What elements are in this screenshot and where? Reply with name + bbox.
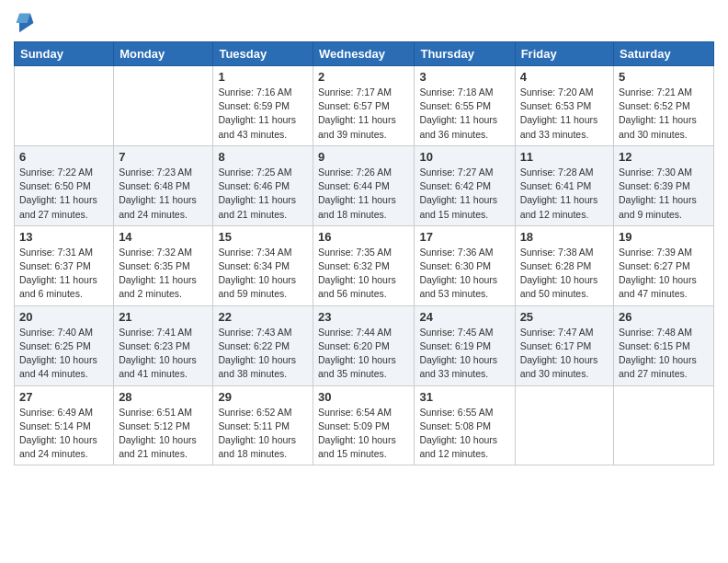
day-info: Sunrise: 7:16 AM Sunset: 6:59 PM Dayligh… bbox=[218, 86, 296, 140]
day-cell bbox=[515, 385, 613, 465]
day-info: Sunrise: 7:30 AM Sunset: 6:39 PM Dayligh… bbox=[619, 167, 697, 220]
day-info: Sunrise: 7:35 AM Sunset: 6:32 PM Dayligh… bbox=[318, 247, 396, 300]
day-number: 12 bbox=[619, 150, 709, 164]
day-info: Sunrise: 7:28 AM Sunset: 6:41 PM Dayligh… bbox=[520, 167, 598, 220]
week-row-4: 20Sunrise: 7:40 AM Sunset: 6:25 PM Dayli… bbox=[15, 305, 714, 385]
day-cell: 11Sunrise: 7:28 AM Sunset: 6:41 PM Dayli… bbox=[515, 145, 613, 225]
day-cell: 28Sunrise: 6:51 AM Sunset: 5:12 PM Dayli… bbox=[114, 385, 213, 465]
day-cell bbox=[614, 385, 714, 465]
day-cell: 16Sunrise: 7:35 AM Sunset: 6:32 PM Dayli… bbox=[313, 225, 415, 305]
calendar-table: SundayMondayTuesdayWednesdayThursdayFrid… bbox=[14, 41, 714, 465]
day-info: Sunrise: 6:52 AM Sunset: 5:11 PM Dayligh… bbox=[218, 407, 296, 460]
day-cell: 2Sunrise: 7:17 AM Sunset: 6:57 PM Daylig… bbox=[313, 66, 415, 146]
day-info: Sunrise: 7:36 AM Sunset: 6:30 PM Dayligh… bbox=[419, 247, 497, 300]
day-info: Sunrise: 7:25 AM Sunset: 6:46 PM Dayligh… bbox=[218, 167, 296, 220]
day-number: 14 bbox=[119, 230, 208, 244]
day-cell bbox=[114, 66, 213, 146]
day-number: 16 bbox=[318, 230, 409, 244]
day-info: Sunrise: 7:27 AM Sunset: 6:42 PM Dayligh… bbox=[419, 167, 497, 220]
day-cell: 24Sunrise: 7:45 AM Sunset: 6:19 PM Dayli… bbox=[415, 305, 515, 385]
day-cell: 7Sunrise: 7:23 AM Sunset: 6:48 PM Daylig… bbox=[114, 145, 213, 225]
day-info: Sunrise: 7:23 AM Sunset: 6:48 PM Dayligh… bbox=[119, 167, 197, 220]
day-header-wednesday: Wednesday bbox=[313, 42, 415, 66]
day-cell: 30Sunrise: 6:54 AM Sunset: 5:09 PM Dayli… bbox=[313, 385, 415, 465]
day-info: Sunrise: 6:55 AM Sunset: 5:08 PM Dayligh… bbox=[419, 407, 497, 460]
day-cell: 8Sunrise: 7:25 AM Sunset: 6:46 PM Daylig… bbox=[213, 145, 313, 225]
day-cell: 4Sunrise: 7:20 AM Sunset: 6:53 PM Daylig… bbox=[515, 66, 613, 146]
day-cell: 20Sunrise: 7:40 AM Sunset: 6:25 PM Dayli… bbox=[15, 305, 114, 385]
day-info: Sunrise: 7:18 AM Sunset: 6:55 PM Dayligh… bbox=[419, 86, 497, 140]
day-cell: 29Sunrise: 6:52 AM Sunset: 5:11 PM Dayli… bbox=[213, 385, 313, 465]
day-number: 1 bbox=[218, 70, 308, 84]
day-number: 30 bbox=[318, 390, 409, 404]
day-header-sunday: Sunday bbox=[15, 42, 114, 66]
day-number: 7 bbox=[119, 150, 208, 164]
day-cell: 17Sunrise: 7:36 AM Sunset: 6:30 PM Dayli… bbox=[415, 225, 515, 305]
logo-icon bbox=[16, 12, 34, 34]
day-cell: 14Sunrise: 7:32 AM Sunset: 6:35 PM Dayli… bbox=[114, 225, 213, 305]
day-info: Sunrise: 7:45 AM Sunset: 6:19 PM Dayligh… bbox=[419, 327, 497, 380]
day-number: 28 bbox=[119, 390, 208, 404]
day-number: 26 bbox=[619, 310, 709, 324]
day-number: 29 bbox=[218, 390, 308, 404]
day-cell: 25Sunrise: 7:47 AM Sunset: 6:17 PM Dayli… bbox=[515, 305, 613, 385]
day-number: 2 bbox=[318, 70, 409, 84]
day-number: 31 bbox=[419, 390, 509, 404]
day-info: Sunrise: 7:21 AM Sunset: 6:52 PM Dayligh… bbox=[619, 86, 697, 140]
day-cell: 3Sunrise: 7:18 AM Sunset: 6:55 PM Daylig… bbox=[415, 66, 515, 146]
day-header-friday: Friday bbox=[515, 42, 613, 66]
day-cell: 22Sunrise: 7:43 AM Sunset: 6:22 PM Dayli… bbox=[213, 305, 313, 385]
day-number: 24 bbox=[419, 310, 509, 324]
day-cell: 12Sunrise: 7:30 AM Sunset: 6:39 PM Dayli… bbox=[614, 145, 714, 225]
day-cell: 21Sunrise: 7:41 AM Sunset: 6:23 PM Dayli… bbox=[114, 305, 213, 385]
day-header-saturday: Saturday bbox=[614, 42, 714, 66]
calendar-header-row: SundayMondayTuesdayWednesdayThursdayFrid… bbox=[15, 42, 714, 66]
day-info: Sunrise: 6:54 AM Sunset: 5:09 PM Dayligh… bbox=[318, 407, 396, 460]
page: SundayMondayTuesdayWednesdayThursdayFrid… bbox=[0, 0, 728, 479]
day-number: 11 bbox=[520, 150, 609, 164]
day-info: Sunrise: 7:44 AM Sunset: 6:20 PM Dayligh… bbox=[318, 327, 396, 380]
day-info: Sunrise: 7:31 AM Sunset: 6:37 PM Dayligh… bbox=[19, 247, 97, 300]
day-number: 20 bbox=[19, 310, 108, 324]
day-info: Sunrise: 7:38 AM Sunset: 6:28 PM Dayligh… bbox=[520, 247, 598, 300]
day-info: Sunrise: 7:26 AM Sunset: 6:44 PM Dayligh… bbox=[318, 167, 396, 220]
week-row-3: 13Sunrise: 7:31 AM Sunset: 6:37 PM Dayli… bbox=[15, 225, 714, 305]
header bbox=[14, 9, 714, 34]
day-info: Sunrise: 7:47 AM Sunset: 6:17 PM Dayligh… bbox=[520, 327, 598, 380]
day-info: Sunrise: 7:20 AM Sunset: 6:53 PM Dayligh… bbox=[520, 86, 598, 140]
day-cell: 27Sunrise: 6:49 AM Sunset: 5:14 PM Dayli… bbox=[15, 385, 114, 465]
day-number: 21 bbox=[119, 310, 208, 324]
day-info: Sunrise: 6:49 AM Sunset: 5:14 PM Dayligh… bbox=[19, 407, 97, 460]
day-info: Sunrise: 7:22 AM Sunset: 6:50 PM Dayligh… bbox=[19, 167, 97, 220]
day-cell: 15Sunrise: 7:34 AM Sunset: 6:34 PM Dayli… bbox=[213, 225, 313, 305]
day-number: 6 bbox=[19, 150, 108, 164]
day-number: 9 bbox=[318, 150, 409, 164]
day-cell: 31Sunrise: 6:55 AM Sunset: 5:08 PM Dayli… bbox=[415, 385, 515, 465]
day-info: Sunrise: 7:34 AM Sunset: 6:34 PM Dayligh… bbox=[218, 247, 296, 300]
week-row-2: 6Sunrise: 7:22 AM Sunset: 6:50 PM Daylig… bbox=[15, 145, 714, 225]
day-header-tuesday: Tuesday bbox=[213, 42, 313, 66]
day-cell: 26Sunrise: 7:48 AM Sunset: 6:15 PM Dayli… bbox=[614, 305, 714, 385]
day-number: 18 bbox=[520, 230, 609, 244]
day-cell: 13Sunrise: 7:31 AM Sunset: 6:37 PM Dayli… bbox=[15, 225, 114, 305]
day-cell: 23Sunrise: 7:44 AM Sunset: 6:20 PM Dayli… bbox=[313, 305, 415, 385]
day-number: 5 bbox=[619, 70, 709, 84]
day-cell: 18Sunrise: 7:38 AM Sunset: 6:28 PM Dayli… bbox=[515, 225, 613, 305]
day-cell: 6Sunrise: 7:22 AM Sunset: 6:50 PM Daylig… bbox=[15, 145, 114, 225]
day-number: 4 bbox=[520, 70, 609, 84]
day-number: 3 bbox=[419, 70, 509, 84]
day-info: Sunrise: 7:43 AM Sunset: 6:22 PM Dayligh… bbox=[218, 327, 296, 380]
day-cell bbox=[15, 66, 114, 146]
logo bbox=[14, 14, 34, 34]
day-number: 22 bbox=[218, 310, 308, 324]
day-cell: 19Sunrise: 7:39 AM Sunset: 6:27 PM Dayli… bbox=[614, 225, 714, 305]
day-number: 17 bbox=[419, 230, 509, 244]
week-row-5: 27Sunrise: 6:49 AM Sunset: 5:14 PM Dayli… bbox=[15, 385, 714, 465]
day-number: 15 bbox=[218, 230, 308, 244]
day-number: 10 bbox=[419, 150, 509, 164]
day-number: 23 bbox=[318, 310, 409, 324]
day-info: Sunrise: 7:40 AM Sunset: 6:25 PM Dayligh… bbox=[19, 327, 97, 380]
day-cell: 9Sunrise: 7:26 AM Sunset: 6:44 PM Daylig… bbox=[313, 145, 415, 225]
day-header-thursday: Thursday bbox=[415, 42, 515, 66]
day-number: 13 bbox=[19, 230, 108, 244]
